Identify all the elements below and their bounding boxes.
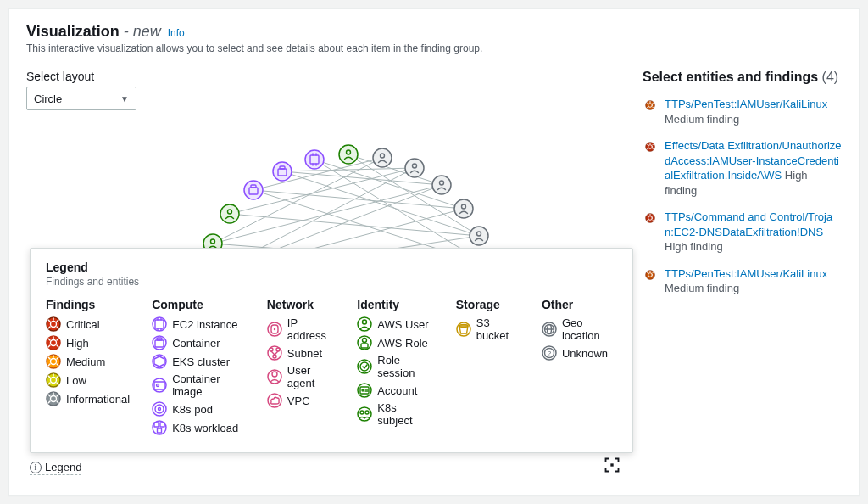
legend-item: Account (357, 383, 433, 398)
legend-toggle[interactable]: i Legend (30, 461, 81, 475)
legend-item-label: K8s workload (172, 422, 238, 434)
legend-column: StorageS3 bucket (456, 298, 520, 439)
finding-item: Effects/Data Exfiltration/UnauthorizedAc… (643, 138, 842, 198)
graph-node[interactable] (373, 148, 392, 167)
legend-item: EC2 instance (152, 316, 245, 332)
account-icon (357, 383, 372, 398)
new-badge: - new (124, 23, 161, 40)
legend-item: ?Unknown (542, 345, 617, 361)
legend-item: AWS Role (357, 335, 433, 350)
legend-item-label: Container image (172, 372, 245, 398)
legend-item: Subnet (267, 345, 335, 361)
layout-label: Select layout (26, 70, 626, 83)
legend-item: EKS cluster (152, 354, 245, 369)
severity-badge-icon (643, 210, 658, 226)
legend-item-label: Geo location (562, 316, 617, 342)
legend-item-label: AWS Role (377, 337, 427, 350)
role-icon (357, 335, 372, 350)
graph-node[interactable] (305, 150, 324, 169)
graph-node[interactable] (244, 181, 263, 199)
legend-item-label: Account (377, 384, 417, 397)
finding-item: TTPs/Command and Control/Trojan:EC2-DNSD… (643, 210, 842, 255)
legend-item-label: IP address (287, 316, 335, 342)
legend-item-label: Container (172, 337, 220, 350)
zoom-fit-icon (604, 456, 620, 473)
finding-severity-label: Medium finding (665, 113, 739, 126)
legend-item-label: Role session (377, 354, 433, 379)
legend-heading: Other (542, 298, 617, 311)
vpc-icon (267, 393, 282, 408)
graph-node[interactable] (432, 176, 451, 194)
findings-title-text: Select entities and findings (643, 70, 818, 84)
workload-icon (152, 420, 167, 435)
finding-link[interactable]: TTPs/PenTest:IAMUser/KaliLinux (665, 98, 827, 110)
finding-body: TTPs/PenTest:IAMUser/KaliLinux Medium fi… (665, 266, 842, 296)
legend-item: User agent (267, 364, 335, 389)
subject-icon (357, 406, 372, 422)
legend-item: Medium (46, 354, 130, 369)
user-icon (357, 316, 372, 332)
legend-item-label: Critical (66, 318, 100, 331)
container-icon (152, 335, 167, 350)
svg-text:?: ? (548, 350, 552, 357)
severity-badge-icon (643, 267, 658, 283)
bug-icon (46, 354, 61, 369)
finding-link[interactable]: TTPs/Command and Control/Trojan:EC2-DNSD… (665, 210, 832, 238)
legend-item-label: VPC (287, 395, 310, 407)
legend-title: Legend (46, 260, 617, 274)
legend-column: FindingsCriticalHighMediumLowInformation… (46, 298, 130, 439)
legend-item: S3 bucket (456, 316, 520, 342)
legend-item: VPC (267, 393, 335, 408)
findings-title: Select entities and findings (4) (643, 70, 842, 85)
legend-item-label: User agent (287, 364, 335, 389)
legend-popup: Legend Findings and entities FindingsCri… (30, 248, 633, 453)
svg-rect-131 (610, 463, 613, 466)
legend-heading: Findings (46, 298, 130, 311)
finding-link[interactable]: Effects/Data Exfiltration/UnauthorizedAc… (665, 139, 842, 182)
legend-item-label: EC2 instance (172, 318, 237, 331)
legend-item-label: High (66, 337, 89, 350)
legend-item: Critical (46, 316, 130, 332)
graph-node[interactable] (405, 159, 424, 177)
image-icon (152, 378, 167, 393)
geo-icon (542, 322, 557, 337)
legend-column: ComputeEC2 instanceContainerEKS clusterC… (152, 298, 245, 439)
ip-icon (267, 322, 282, 337)
info-link[interactable]: Info (168, 27, 185, 39)
finding-item: TTPs/PenTest:IAMUser/KaliLinux Medium fi… (643, 97, 842, 126)
graph-node[interactable] (339, 145, 358, 164)
finding-link[interactable]: TTPs/PenTest:IAMUser/KaliLinux (665, 267, 827, 280)
legend-item: High (46, 335, 130, 350)
legend-item: K8s pod (152, 401, 245, 417)
legend-toggle-label: Legend (45, 461, 81, 473)
finding-body: TTPs/PenTest:IAMUser/KaliLinux Medium fi… (665, 97, 842, 126)
page-title: Visualization - new (26, 23, 161, 41)
legend-item: IP address (267, 316, 335, 342)
legend-heading: Storage (456, 298, 520, 311)
graph-node[interactable] (470, 227, 488, 245)
legend-item-label: K8s pod (172, 403, 213, 416)
pod-icon (152, 401, 167, 417)
legend-item-label: Unknown (562, 347, 608, 360)
graph-node[interactable] (273, 162, 292, 181)
findings-list: TTPs/PenTest:IAMUser/KaliLinux Medium fi… (643, 97, 842, 296)
legend-item: K8s subject (357, 401, 433, 427)
finding-body: Effects/Data Exfiltration/UnauthorizedAc… (665, 138, 842, 198)
legend-heading: Network (267, 298, 335, 311)
finding-severity-label: Medium finding (665, 282, 739, 294)
legend-column: OtherGeo location?Unknown (542, 298, 617, 439)
subnet-icon (267, 345, 282, 361)
session-icon (357, 359, 372, 374)
legend-item: Informational (46, 391, 130, 406)
legend-item: AWS User (357, 316, 433, 332)
graph-node[interactable] (454, 199, 473, 218)
finding-item: TTPs/PenTest:IAMUser/KaliLinux Medium fi… (643, 266, 842, 296)
legend-item: K8s workload (152, 420, 245, 435)
graph-edge (230, 214, 479, 236)
agent-icon (267, 369, 282, 384)
svg-point-92 (274, 328, 275, 330)
visualization-panel: Visualization - new Info This interactiv… (8, 8, 860, 496)
graph-node[interactable] (220, 204, 239, 223)
legend-item-label: EKS cluster (172, 356, 230, 368)
zoom-fit-button[interactable] (602, 455, 622, 475)
